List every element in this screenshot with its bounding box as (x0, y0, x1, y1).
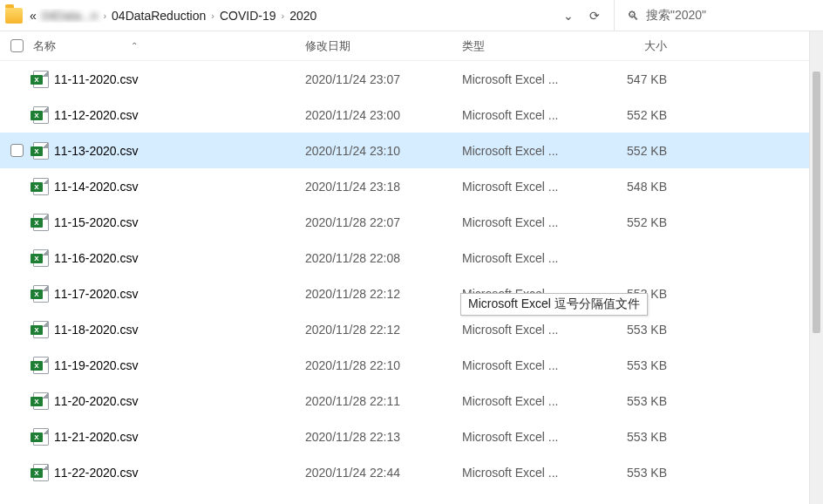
file-type: Microsoft Excel ... (462, 108, 597, 122)
file-date: 2020/11/24 23:00 (305, 108, 462, 122)
file-date: 2020/11/24 23:18 (305, 180, 462, 194)
file-name-cell[interactable]: X 11-22-2020.csv (33, 464, 305, 481)
file-name-cell[interactable]: X 11-16-2020.csv (33, 249, 305, 267)
file-date: 2020/11/28 22:12 (305, 323, 462, 337)
file-row[interactable]: X 11-17-2020.csv 2020/11/28 22:12 Micros… (0, 276, 809, 311)
file-date: 2020/11/28 22:08 (305, 251, 462, 265)
file-date: 2020/11/28 22:11 (305, 394, 462, 408)
excel-csv-icon: X (33, 464, 49, 481)
file-name: 11-18-2020.csv (54, 323, 139, 337)
type-tooltip: Microsoft Excel 逗号分隔值文件 (460, 293, 648, 316)
file-type: Microsoft Excel ... (462, 215, 597, 229)
file-name-cell[interactable]: X 11-21-2020.csv (33, 428, 305, 446)
breadcrumb-item[interactable]: COVID-19 (220, 9, 276, 23)
file-type: Microsoft Excel ... (462, 180, 597, 194)
file-name-cell[interactable]: X 11-19-2020.csv (33, 357, 305, 374)
chevron-down-icon[interactable]: ⌄ (563, 9, 574, 23)
file-row[interactable]: X 11-14-2020.csv 2020/11/24 23:18 Micros… (0, 168, 809, 204)
file-date: 2020/11/28 22:13 (305, 430, 462, 444)
excel-csv-icon: X (33, 285, 49, 303)
file-type: Microsoft Excel ... (462, 72, 597, 86)
file-row[interactable]: X 11-19-2020.csv 2020/11/28 22:10 Micros… (0, 347, 809, 383)
search-box[interactable]: 🔍︎ 搜索"2020" (614, 0, 823, 31)
chevron-right-icon[interactable]: › (282, 10, 285, 21)
file-name: 11-21-2020.csv (54, 430, 139, 444)
column-header-date[interactable]: 修改日期 (305, 38, 462, 54)
file-list-area: 名称 ⌃ 修改日期 类型 大小 X 11-11-2020.csv 2020/11… (0, 31, 809, 504)
file-row[interactable]: X 11-15-2020.csv 2020/11/28 22:07 Micros… (0, 204, 809, 240)
file-name-cell[interactable]: X 11-15-2020.csv (33, 214, 305, 231)
breadcrumb[interactable]: « 04Data...n › 04DataReduction › COVID-1… (23, 9, 549, 23)
file-type: Microsoft Excel ... (462, 323, 597, 337)
file-type: Microsoft Excel ... (462, 144, 597, 158)
file-date: 2020/11/28 22:10 (305, 358, 462, 372)
excel-csv-icon: X (33, 178, 49, 195)
file-type: Microsoft Excel ... (462, 394, 597, 408)
file-name: 11-19-2020.csv (54, 358, 139, 372)
column-header-name[interactable]: 名称 ⌃ (33, 38, 305, 54)
file-name-cell[interactable]: X 11-17-2020.csv (33, 285, 305, 303)
file-name-cell[interactable]: X 11-13-2020.csv (33, 142, 305, 160)
file-date: 2020/11/28 22:07 (305, 215, 462, 229)
excel-csv-icon: X (33, 428, 49, 446)
file-row[interactable]: X 11-21-2020.csv 2020/11/28 22:13 Micros… (0, 419, 809, 454)
file-name: 11-15-2020.csv (54, 215, 139, 229)
file-row[interactable]: X 11-18-2020.csv 2020/11/28 22:12 Micros… (0, 311, 809, 347)
file-size: 553 KB (597, 358, 676, 372)
breadcrumb-item[interactable]: 2020 (289, 9, 316, 23)
breadcrumb-obscured[interactable]: 04Data...n (42, 9, 99, 23)
file-name: 11-13-2020.csv (54, 144, 139, 158)
file-size: 553 KB (597, 394, 676, 408)
scrollbar-thumb[interactable] (813, 72, 820, 333)
vertical-scrollbar[interactable] (809, 31, 823, 504)
file-type: Microsoft Excel ... (462, 251, 597, 265)
folder-icon (5, 8, 23, 24)
file-row[interactable]: X 11-20-2020.csv 2020/11/28 22:11 Micros… (0, 383, 809, 419)
column-header-size[interactable]: 大小 (597, 38, 676, 54)
file-size: 547 KB (597, 72, 676, 86)
file-row[interactable]: X 11-16-2020.csv 2020/11/28 22:08 Micros… (0, 240, 809, 276)
file-name: 11-22-2020.csv (54, 466, 139, 480)
file-row[interactable]: X 11-12-2020.csv 2020/11/24 23:00 Micros… (0, 97, 809, 133)
file-name-cell[interactable]: X 11-14-2020.csv (33, 178, 305, 195)
file-row[interactable]: X 11-22-2020.csv 2020/11/24 22:44 Micros… (0, 454, 809, 490)
excel-csv-icon: X (33, 214, 49, 231)
file-name: 11-16-2020.csv (54, 251, 139, 265)
file-name-cell[interactable]: X 11-18-2020.csv (33, 321, 305, 338)
file-name-cell[interactable]: X 11-11-2020.csv (33, 71, 305, 88)
chevron-right-icon[interactable]: › (103, 10, 106, 21)
address-toolbar: « 04Data...n › 04DataReduction › COVID-1… (0, 0, 823, 31)
file-name: 11-12-2020.csv (54, 108, 139, 122)
select-all-checkbox[interactable] (0, 39, 33, 52)
excel-csv-icon: X (33, 71, 49, 88)
search-icon: 🔍︎ (627, 9, 639, 23)
file-row[interactable]: X 11-11-2020.csv 2020/11/24 23:07 Micros… (0, 61, 809, 97)
file-type: Microsoft Excel ... (462, 430, 597, 444)
file-name: 11-14-2020.csv (54, 180, 139, 194)
breadcrumb-item[interactable]: 04DataReduction (112, 9, 206, 23)
breadcrumb-ellipsis[interactable]: « (30, 9, 37, 23)
column-header-type[interactable]: 类型 (462, 38, 597, 54)
file-name-cell[interactable]: X 11-20-2020.csv (33, 392, 305, 410)
chevron-right-icon[interactable]: › (211, 10, 214, 21)
file-name-cell[interactable]: X 11-12-2020.csv (33, 106, 305, 124)
row-checkbox[interactable] (0, 144, 33, 157)
file-name: 11-20-2020.csv (54, 394, 139, 408)
file-name: 11-11-2020.csv (54, 72, 139, 86)
file-date: 2020/11/24 23:10 (305, 144, 462, 158)
excel-csv-icon: X (33, 142, 49, 160)
column-headers: 名称 ⌃ 修改日期 类型 大小 (0, 31, 809, 61)
file-name: 11-17-2020.csv (54, 287, 139, 301)
file-size: 552 KB (597, 108, 676, 122)
excel-csv-icon: X (33, 392, 49, 410)
search-placeholder: 搜索"2020" (646, 8, 706, 24)
excel-csv-icon: X (33, 357, 49, 374)
excel-csv-icon: X (33, 106, 49, 124)
file-size: 553 KB (597, 430, 676, 444)
file-size: 552 KB (597, 144, 676, 158)
excel-csv-icon: X (33, 249, 49, 267)
file-size: 553 KB (597, 323, 676, 337)
file-size: 548 KB (597, 180, 676, 194)
file-row[interactable]: X 11-13-2020.csv 2020/11/24 23:10 Micros… (0, 133, 809, 168)
refresh-icon[interactable]: ⟳ (589, 9, 600, 23)
